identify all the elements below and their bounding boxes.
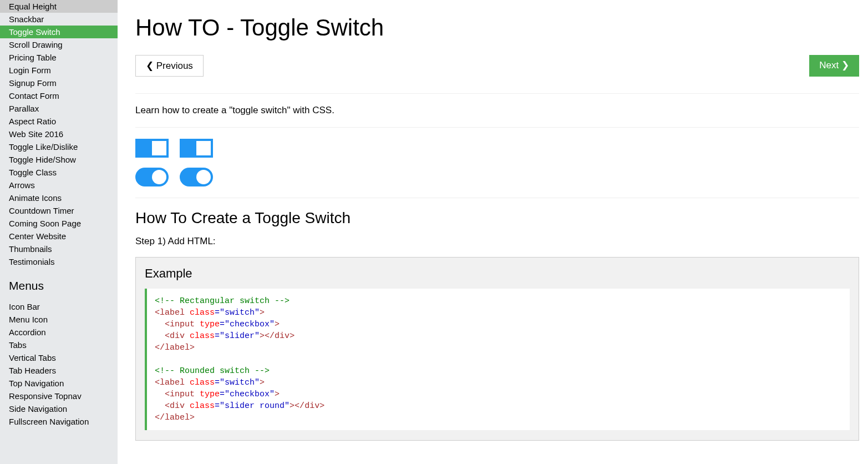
sidebar-item-4[interactable]: Pricing Table (0, 51, 118, 64)
sidebar-item-11[interactable]: Toggle Like/Dislike (0, 140, 118, 153)
next-button[interactable]: Next ❯ (809, 55, 859, 77)
sidebar-item-20[interactable]: Testimonials (0, 255, 118, 268)
toggle-switch-rect-on-1[interactable] (135, 139, 169, 158)
intro-text: Learn how to create a "toggle switch" wi… (135, 105, 859, 116)
code-block: <!-- Rectangular switch --> <label class… (145, 289, 850, 430)
section-title: How To Create a Toggle Switch (135, 209, 859, 227)
sidebar-item-3[interactable]: Scroll Drawing (0, 38, 118, 51)
sidebar-item-16[interactable]: Countdown Timer (0, 204, 118, 217)
example-box: Example <!-- Rectangular switch --> <lab… (135, 257, 859, 441)
step-1-label: Step 1) Add HTML: (135, 236, 859, 247)
toggle-switch-round-on-1[interactable] (135, 168, 169, 186)
sidebar-heading-menus: Menus (0, 274, 118, 295)
switch-demo-row-round (135, 168, 859, 186)
main-content: How TO - Toggle Switch ❮ Previous Next ❯… (118, 0, 868, 464)
sidebar-menu-item-6[interactable]: Top Navigation (0, 377, 118, 390)
sidebar: Equal HeightSnackbarToggle SwitchScroll … (0, 0, 118, 464)
sidebar-menu-item-7[interactable]: Responsive Topnav (0, 390, 118, 402)
divider (135, 127, 859, 128)
toggle-switch-round-on-2[interactable] (180, 168, 213, 186)
sidebar-menu-item-2[interactable]: Accordion (0, 326, 118, 339)
toggle-switch-rect-on-2[interactable] (180, 139, 213, 158)
sidebar-item-17[interactable]: Coming Soon Page (0, 217, 118, 230)
sidebar-item-8[interactable]: Parallax (0, 102, 118, 115)
sidebar-item-0[interactable]: Equal Height (0, 0, 118, 13)
example-title: Example (145, 266, 850, 281)
sidebar-item-6[interactable]: Signup Form (0, 77, 118, 89)
divider (135, 93, 859, 94)
sidebar-menu-item-0[interactable]: Icon Bar (0, 300, 118, 313)
page-title: How TO - Toggle Switch (135, 14, 859, 41)
divider (135, 198, 859, 198)
sidebar-menu-item-8[interactable]: Side Navigation (0, 402, 118, 415)
sidebar-item-5[interactable]: Login Form (0, 64, 118, 77)
sidebar-item-12[interactable]: Toggle Hide/Show (0, 153, 118, 166)
sidebar-menu-item-9[interactable]: Fullscreen Navigation (0, 415, 118, 428)
sidebar-item-7[interactable]: Contact Form (0, 89, 118, 102)
sidebar-item-1[interactable]: Snackbar (0, 13, 118, 26)
previous-button[interactable]: ❮ Previous (135, 55, 204, 77)
sidebar-item-14[interactable]: Arrows (0, 179, 118, 191)
switch-demo-row-rect (135, 139, 859, 158)
sidebar-menu-item-3[interactable]: Tabs (0, 339, 118, 351)
sidebar-item-2[interactable]: Toggle Switch (0, 26, 118, 38)
sidebar-menu-item-5[interactable]: Tab Headers (0, 364, 118, 377)
sidebar-item-10[interactable]: Web Site 2016 (0, 128, 118, 140)
sidebar-menu-item-4[interactable]: Vertical Tabs (0, 351, 118, 364)
sidebar-menu-item-1[interactable]: Menu Icon (0, 313, 118, 326)
sidebar-item-15[interactable]: Animate Icons (0, 191, 118, 204)
sidebar-item-19[interactable]: Thumbnails (0, 243, 118, 255)
sidebar-item-13[interactable]: Toggle Class (0, 166, 118, 179)
sidebar-item-18[interactable]: Center Website (0, 230, 118, 243)
sidebar-item-9[interactable]: Aspect Ratio (0, 115, 118, 128)
